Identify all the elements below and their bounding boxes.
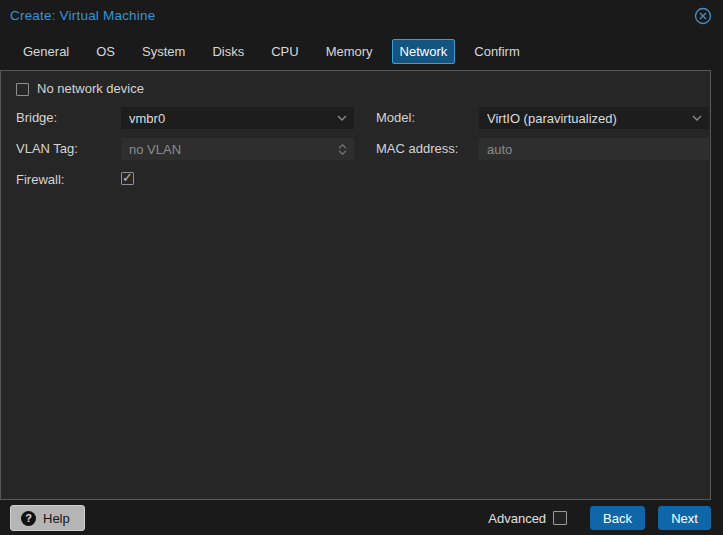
help-button-label: Help: [43, 511, 70, 526]
mac-address-label: MAC address:: [376, 138, 458, 160]
model-label: Model:: [376, 107, 415, 129]
tab-network[interactable]: Network: [392, 39, 456, 64]
no-network-device-checkbox[interactable]: [16, 83, 29, 96]
firewall-label: Firewall:: [16, 169, 64, 191]
firewall-checkbox[interactable]: [121, 172, 134, 185]
dialog-title: Create: Virtual Machine: [10, 8, 155, 23]
advanced-label: Advanced: [488, 511, 546, 526]
tab-os[interactable]: OS: [88, 39, 123, 64]
dialog-footer: Help Advanced Back Next: [0, 501, 723, 535]
model-combobox[interactable]: [479, 107, 709, 129]
tab-general[interactable]: General: [15, 39, 77, 64]
question-circle-icon: [21, 511, 36, 526]
advanced-checkbox[interactable]: [553, 511, 567, 525]
wizard-tabs: General OS System Disks CPU Memory Netwo…: [0, 32, 723, 70]
bridge-label: Bridge:: [16, 107, 57, 129]
dialog-titlebar: Create: Virtual Machine: [0, 0, 723, 32]
back-button[interactable]: Back: [590, 506, 645, 530]
mac-address-input[interactable]: [479, 138, 709, 160]
tab-memory[interactable]: Memory: [318, 39, 381, 64]
vlan-tag-input[interactable]: [121, 138, 354, 160]
tab-disks[interactable]: Disks: [204, 39, 252, 64]
tab-cpu[interactable]: CPU: [263, 39, 306, 64]
next-button[interactable]: Next: [658, 506, 711, 530]
close-icon[interactable]: [694, 7, 712, 25]
tab-confirm[interactable]: Confirm: [466, 39, 528, 64]
network-form-panel: No network device Bridge: Model: VLAN Ta…: [0, 70, 711, 500]
vlan-tag-label: VLAN Tag:: [16, 138, 78, 160]
no-network-device-label: No network device: [37, 78, 144, 100]
bridge-combobox[interactable]: [121, 107, 354, 129]
tab-system[interactable]: System: [134, 39, 193, 64]
help-button[interactable]: Help: [10, 505, 85, 531]
